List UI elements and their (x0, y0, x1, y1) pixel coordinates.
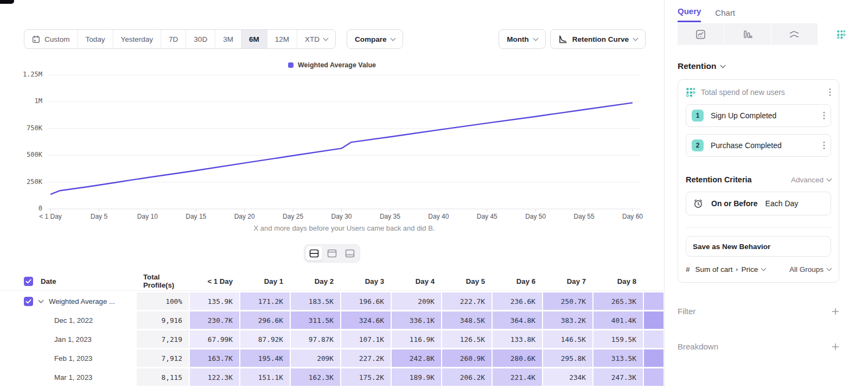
value-cell: 87.92K (240, 330, 290, 348)
retention-tab[interactable] (818, 23, 864, 45)
groups-dropdown[interactable]: All Groups (789, 265, 831, 273)
y-axis-tick-label: 1M (0, 97, 42, 105)
save-as-new-behavior-button[interactable]: Save as New Behavior (686, 236, 831, 257)
numeric-property-icon: # (686, 265, 690, 273)
step-menu-button[interactable] (823, 111, 825, 120)
granularity-button[interactable]: Month (499, 29, 545, 49)
total-profiles-cell: 9,916 (137, 311, 189, 329)
clipped-value-cell (644, 311, 663, 329)
date-cell: Feb 1, 2023 (0, 349, 136, 367)
funnels-tab[interactable] (724, 23, 770, 45)
behavior-card-header: Total spend of new users (686, 87, 831, 97)
y-axis-tick-label: 0 (0, 205, 42, 212)
table-header-row: DateTotal Profile(s)< 1 DayDay 1Day 2Day… (0, 272, 664, 291)
value-cell: 97.87K (291, 330, 340, 348)
table-row[interactable]: Feb 1, 20237,912163.7K195.4K209K227.2K24… (0, 349, 664, 367)
table-row[interactable]: Jan 1, 20237,21967.99K87.92K97.87K107.1K… (0, 330, 664, 348)
y-axis-tick-label: 500K (0, 151, 42, 158)
funnels-icon (743, 30, 752, 39)
y-axis-tick-label: 1.25M (0, 71, 42, 78)
chevron-down-icon[interactable] (39, 297, 44, 303)
value-cell: 242.8K (392, 349, 441, 367)
range-30d[interactable]: 30D (186, 30, 215, 48)
add-breakdown-button[interactable] (832, 343, 839, 351)
insights-tab[interactable] (678, 23, 724, 45)
value-cell: 122.3K (190, 368, 239, 386)
layout-bottom-icon (345, 249, 355, 258)
row-label: Weighted Average ... (49, 297, 115, 306)
tab-query[interactable]: Query (678, 7, 701, 22)
layout-split-button[interactable] (306, 246, 322, 260)
value-cell: 234K (543, 368, 592, 386)
criteria-mode-dropdown[interactable]: Advanced (791, 176, 831, 184)
range-3m[interactable]: 3M (215, 30, 241, 48)
panel-tabs: Query Chart (678, 7, 868, 22)
breadcrumb-arrow-icon (736, 268, 738, 271)
toolbar-right: Month Retention Curve (499, 29, 646, 49)
behavior-card: Total spend of new users 1 Sign Up Compl… (678, 79, 839, 283)
value-cell: 162.3K (291, 368, 340, 386)
chevron-down-icon (391, 35, 396, 41)
x-axis-tick-label: Day 5 (74, 213, 123, 220)
x-axis-tick-label: Day 60 (608, 213, 657, 220)
step-menu-button[interactable] (823, 141, 825, 150)
behavior-menu-button[interactable] (829, 88, 831, 97)
behavior-step-1[interactable]: 1 Sign Up Completed (686, 104, 831, 127)
row-checkbox[interactable] (24, 297, 33, 306)
value-cell: 146.5K (543, 330, 592, 348)
behavior-step-2[interactable]: 2 Purchase Completed (686, 134, 831, 157)
add-filter-button[interactable] (832, 308, 839, 315)
tab-chart[interactable]: Chart (715, 8, 735, 22)
x-axis-tick-label: Day 50 (511, 213, 560, 220)
value-cell: 67.99K (190, 330, 239, 348)
range-xtd[interactable]: XTD (297, 30, 335, 48)
section-title: Retention (678, 61, 716, 71)
range-6m[interactable]: 6M (241, 30, 267, 48)
row-label: Feb 1, 2023 (54, 354, 92, 362)
filter-label: Filter (678, 307, 695, 316)
column-header: Day 5 (442, 277, 492, 285)
criteria-condition-row[interactable]: On or Before Each Day (686, 192, 831, 215)
range-today[interactable]: Today (78, 30, 113, 48)
layout-chart-button[interactable] (324, 246, 340, 260)
value-cell: 265.3K (593, 292, 643, 310)
retention-section-dropdown[interactable]: Retention (678, 61, 868, 71)
chart-type-button[interactable]: Retention Curve (550, 29, 646, 49)
range-7d[interactable]: 7D (161, 30, 186, 48)
value-cell: 250.7K (543, 292, 592, 310)
row-label: Dec 1, 2022 (54, 316, 93, 325)
table-row[interactable]: Dec 1, 20229,916230.7K296.6K311.5K324.6K… (0, 311, 664, 329)
value-cell: 159.5K (593, 330, 643, 348)
behavior-title: Total spend of new users (701, 88, 829, 97)
value-cell: 348.5K (442, 311, 492, 329)
clock-icon (693, 198, 704, 209)
value-cell: 151.1K (240, 368, 290, 386)
retention-criteria-row: Retention Criteria Advanced (686, 175, 831, 184)
chevron-down-icon (827, 176, 832, 181)
flows-tab[interactable] (771, 23, 818, 45)
table-row[interactable]: Mar 1, 20238,115122.3K151.1K162.3K175.2K… (0, 368, 664, 386)
clipped-value-cell (644, 368, 663, 386)
value-cell: 126.5K (442, 330, 492, 348)
table-row[interactable]: Weighted Average ...100%135.9K171.2K183.… (0, 292, 664, 310)
compare-label: Compare (355, 35, 387, 43)
value-cell: 296.6K (240, 311, 290, 329)
retention-icon (837, 30, 846, 39)
value-cell: 209K (392, 292, 441, 310)
range-12m[interactable]: 12M (267, 30, 297, 48)
chevron-down-icon (323, 35, 328, 41)
layout-table-button[interactable] (342, 246, 358, 260)
report-main: CustomTodayYesterday7D30D3M6M12MXTD Comp… (0, 0, 664, 388)
compare-button[interactable]: Compare (347, 29, 404, 49)
select-all-checkbox[interactable] (24, 277, 33, 286)
value-cell: 163.7K (190, 349, 239, 367)
chevron-down-icon (720, 62, 726, 68)
range-yesterday[interactable]: Yesterday (113, 30, 162, 48)
breakdown-section: Breakdown (678, 342, 839, 351)
x-axis-tick-label: Day 35 (366, 213, 414, 220)
measure-dropdown[interactable]: Sum of cart (695, 265, 733, 273)
retention-icon (686, 87, 695, 97)
y-axis-tick-label: 750K (0, 124, 42, 132)
measure-property-dropdown[interactable]: Price (742, 265, 758, 273)
range-custom[interactable]: Custom (24, 30, 78, 48)
